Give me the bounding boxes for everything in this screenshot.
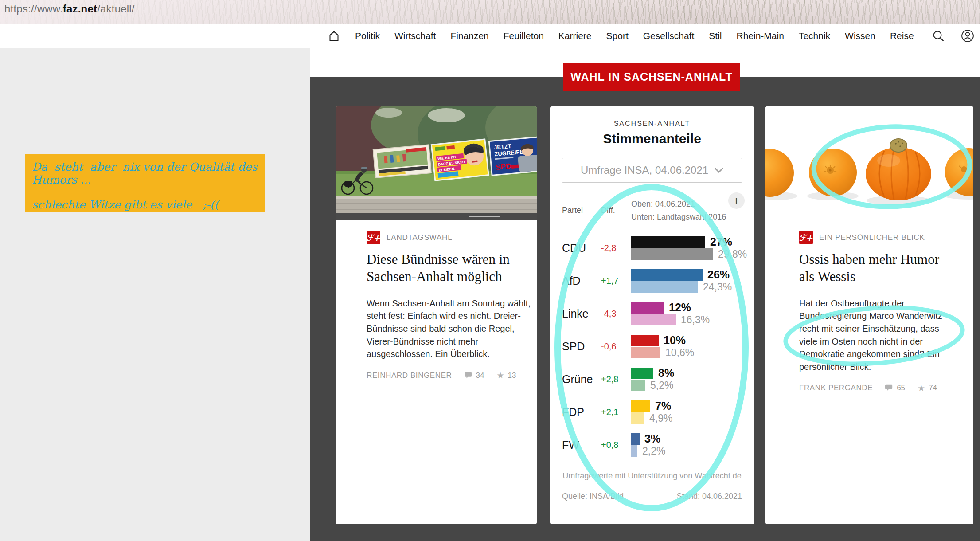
column-diff: Diff. [601, 206, 631, 215]
chart-card: SACHSEN-ANHALT Stimmenanteile Umfrage IN… [550, 106, 754, 524]
fplus-badge: ℱ+ [799, 231, 813, 244]
main-nav: PolitikWirtschaftFinanzenFeuilletonKarri… [327, 26, 974, 46]
bar-previous-value: 24,3% [703, 281, 732, 293]
chevron-down-icon [715, 168, 723, 173]
article-card-right: ℱ+ EIN PERSÖNLICHER BLICK Ossis haben me… [765, 106, 973, 524]
chart-row-fdp: FDP +2,1 7% 4,9% [562, 396, 742, 429]
article-title[interactable]: Diese Bündnisse wären in Sachsen-Anhalt … [367, 251, 531, 286]
comments-meta: 34 [465, 371, 484, 380]
bar-group: 7% 4,9% [631, 400, 742, 425]
nav-item-technik[interactable]: Technik [799, 31, 830, 41]
nav-item-reise[interactable]: Reise [890, 31, 914, 41]
poll-dropdown[interactable]: Umfrage INSA, 04.06.2021 [562, 158, 742, 183]
sticky-note-line2: schlechte Witze gibt es viele ;-(( [32, 198, 258, 211]
party-label: Grüne [562, 373, 601, 386]
bar-previous-value: 2,2% [642, 445, 665, 457]
party-label: FW [562, 439, 601, 451]
star-count: 13 [508, 371, 516, 380]
chart-footnote: Umfragewerte mit Unterstützung von Wahlr… [562, 471, 742, 481]
article-kicker: EIN PERSÖNLICHER BLICK [819, 233, 925, 242]
bar-group: 3% 2,2% [631, 432, 742, 458]
chart-row-cdu: CDU -2,8 27% 29,8% [562, 232, 742, 265]
bar-previous [631, 412, 644, 424]
chart-row-spd: SPD -0,6 10% 10,6% [562, 330, 742, 363]
bar-current [631, 335, 659, 346]
nav-item-finanzen[interactable]: Finanzen [450, 31, 488, 41]
author-name: REINHARD BINGENER [367, 371, 452, 380]
diff-value: +2,8 [601, 374, 631, 384]
nav-item-politik[interactable]: Politik [355, 31, 380, 41]
poster-spd: JETZT ZUGREIFEN. SPD [488, 136, 537, 176]
star-icon: ★ [918, 384, 925, 392]
bar-group: 10% 10,6% [631, 334, 742, 359]
chart-row-fw: FW +0,8 3% 2,2% [562, 429, 742, 462]
search-icon[interactable] [932, 29, 945, 43]
nav-item-wissen[interactable]: Wissen [845, 31, 875, 41]
chart-region-label: SACHSEN-ANHALT [562, 120, 742, 128]
bar-previous [631, 380, 645, 391]
party-label: FDP [562, 406, 601, 419]
left-gray-panel [0, 48, 310, 541]
nav-item-karriere[interactable]: Karriere [558, 31, 592, 41]
nav-item-sport[interactable]: Sport [606, 31, 629, 41]
star-icon: ★ [496, 371, 504, 380]
diff-value: +2,1 [601, 407, 631, 417]
nav-item-rhein-main[interactable]: Rhein-Main [736, 31, 784, 41]
diff-value: +1,7 [601, 276, 631, 286]
election-banner[interactable]: WAHL IN SACHSEN-ANHALT [563, 63, 740, 91]
article-title[interactable]: Ossis haben mehr Humor als Wessis [799, 251, 947, 286]
stars-meta: ★ 74 [918, 384, 937, 392]
diff-value: -2,8 [601, 243, 631, 253]
article-teaser: Wenn Sachsen-Anhalt am Sonntag wählt, st… [367, 297, 531, 361]
nav-icon-group [932, 29, 974, 43]
chart-legend: Partei Diff. Oben: 04.06.2021 Unten: Lan… [562, 198, 742, 223]
info-icon[interactable]: i [728, 192, 745, 209]
party-label: AfD [562, 274, 601, 287]
chart-row-linke: Linke -4,3 12% 16,3% [562, 298, 742, 330]
article-kicker: LANDTAGSWAHL [387, 233, 452, 242]
nav-item-wirtschaft[interactable]: Wirtschaft [394, 31, 436, 41]
bar-current-value: 7% [655, 400, 671, 412]
election-banner-label: WAHL IN SACHSEN-ANHALT [570, 71, 733, 83]
bar-previous-value: 5,2% [650, 380, 673, 392]
article-byline: REINHARD BINGENER 34 ★ 13 [367, 371, 531, 380]
url-path: /aktuell/ [97, 3, 135, 15]
legend-bottom: Unten: Landtagswahl 2016 [631, 211, 742, 223]
article-image-posters[interactable]: WIE ES IST DARF ES NICHT BLEIBEN. JETZT … [336, 106, 537, 220]
bar-current-value: 12% [669, 301, 691, 314]
bar-previous-value: 16,3% [681, 314, 710, 326]
nav-item-stil[interactable]: Stil [709, 31, 722, 41]
page: https://www.faz.net/aktuell/ PolitikWirt… [0, 0, 980, 541]
nav-item-gesellschaft[interactable]: Gesellschaft [643, 31, 695, 41]
stars-meta: ★ 13 [496, 371, 516, 380]
home-icon[interactable] [327, 29, 340, 43]
legend-divider [562, 230, 742, 230]
article-image-fruits[interactable] [765, 106, 973, 220]
comment-count: 65 [897, 384, 905, 392]
chart-row-afd: AfD +1,7 26% 24,3% [562, 265, 742, 298]
url-prefix: https://www. [4, 3, 63, 15]
bar-current [631, 368, 653, 379]
svg-text:SPD: SPD [495, 162, 511, 172]
footer-divider [562, 486, 742, 486]
nav-item-feuilleton[interactable]: Feuilleton [504, 31, 544, 41]
browser-url-bar[interactable]: https://www.faz.net/aktuell/ [0, 0, 980, 18]
party-label: CDU [562, 242, 601, 255]
account-icon[interactable] [961, 29, 974, 43]
sticky-note-line1: Da steht aber nix von der Qualität des H… [32, 161, 258, 186]
bar-previous [631, 347, 660, 358]
comment-icon [465, 372, 472, 380]
author-name: FRANK PERGANDE [799, 384, 873, 392]
chart-title: Stimmenanteile [562, 131, 742, 146]
chart-rows: CDU -2,8 27% 29,8% AfD +1,7 26% [562, 232, 742, 462]
star-count: 74 [929, 384, 937, 392]
article-body-left: ℱ+ LANDTAGSWAHL Diese Bündnisse wären in… [336, 220, 537, 380]
bar-group: 12% 16,3% [631, 301, 742, 326]
fplus-badge: ℱ+ [367, 231, 380, 244]
poll-dropdown-value: Umfrage INSA, 04.06.2021 [581, 164, 708, 176]
bar-group: 8% 5,2% [631, 367, 742, 392]
bar-previous-value: 29,8% [718, 248, 747, 260]
legend-top: Oben: 04.06.2021 [631, 198, 742, 211]
bar-current [631, 400, 650, 412]
bar-previous [631, 281, 698, 293]
